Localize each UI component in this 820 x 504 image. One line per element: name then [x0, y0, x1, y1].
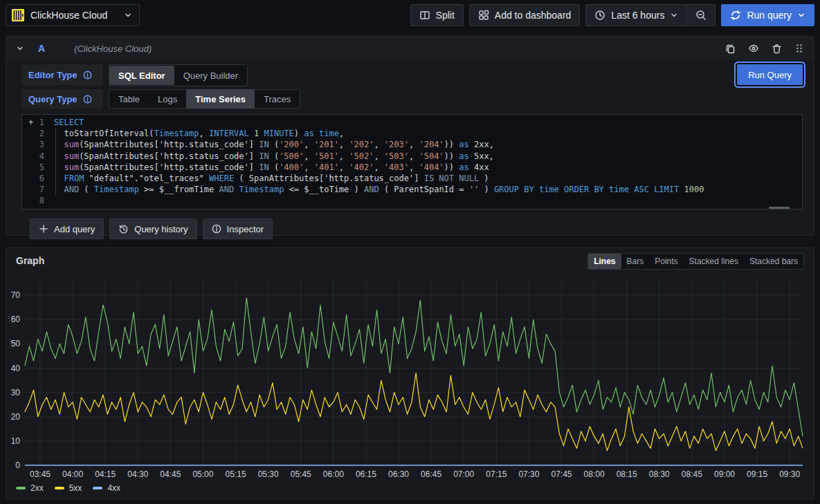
time-range-button[interactable]: Last 6 hours	[585, 4, 687, 26]
run-query-button[interactable]: Run Query	[737, 64, 803, 85]
run-query-toolbar-button[interactable]: Run query	[721, 4, 814, 26]
sql-code-editor[interactable]: 1+2345678 SELECT toStartOfInterval(Times…	[21, 114, 803, 209]
add-to-dashboard-button[interactable]: Add to dashboard	[469, 4, 581, 26]
x-axis-tick-label: 05:15	[226, 469, 246, 479]
inspector-button[interactable]: Inspector	[203, 218, 273, 239]
line-number: 6	[22, 173, 54, 184]
time-picker-group: Last 6 hours	[585, 4, 716, 26]
run-query-dropdown-icon[interactable]	[797, 11, 805, 19]
series-line-2xx	[25, 298, 803, 436]
x-axis-tick-label: 08:30	[649, 469, 670, 479]
legend-label: 2xx	[30, 483, 44, 493]
add-line-icon: +	[28, 117, 33, 128]
editor-hscrollbar[interactable]	[769, 207, 790, 209]
y-axis-tick-label: 0	[15, 460, 20, 470]
zoom-out-button[interactable]	[687, 4, 716, 26]
tab-table[interactable]: Table	[109, 89, 149, 109]
collapse-chevron-icon[interactable]	[16, 44, 24, 53]
x-axis-tick-label: 09:15	[747, 469, 767, 479]
sync-icon	[730, 10, 741, 21]
chart-legend: 2xx5xx4xx	[16, 483, 120, 493]
legend-label: 5xx	[69, 483, 82, 493]
history-icon	[118, 224, 129, 234]
split-button[interactable]: Split	[410, 4, 464, 26]
line-number: 1+	[22, 117, 54, 128]
datasource-label: ClickHouse Cloud	[30, 10, 118, 21]
query-datasource-hint: (ClickHouse Cloud)	[74, 44, 152, 54]
code-line: FROM "default"."otel_traces" WHERE ( Spa…	[54, 173, 802, 184]
legend-item-4xx[interactable]: 4xx	[93, 483, 120, 493]
legend-item-5xx[interactable]: 5xx	[55, 483, 82, 493]
line-number: 4	[22, 151, 54, 162]
x-axis-tick-label: 04:30	[127, 469, 148, 479]
toolbar-actions: Split Add to dashboard	[410, 4, 814, 26]
indent-guide	[55, 128, 56, 196]
trash-icon[interactable]	[772, 44, 782, 54]
x-axis-tick-label: 06:30	[388, 469, 409, 479]
x-axis-tick-label: 06:45	[421, 469, 441, 479]
code-line: AND ( Timestamp >= $__fromTime AND Times…	[54, 184, 802, 195]
tab-sql-editor[interactable]: SQL Editor	[109, 66, 174, 85]
query-ref-id: A	[38, 43, 45, 54]
x-axis-tick-label: 07:00	[453, 469, 474, 479]
tab-query-builder[interactable]: Query Builder	[174, 66, 247, 85]
duplicate-query-icon[interactable]	[725, 44, 736, 54]
line-number: 3	[22, 139, 54, 150]
x-axis-tick-label: 09:30	[779, 469, 800, 479]
legend-item-2xx[interactable]: 2xx	[16, 483, 44, 493]
graph-mode-lines[interactable]: Lines	[588, 254, 621, 269]
x-axis-tick-label: 08:15	[617, 469, 637, 479]
tab-logs[interactable]: Logs	[149, 89, 186, 109]
editor-type-label: Editor Type	[21, 64, 103, 85]
info-circle-icon[interactable]	[83, 95, 92, 104]
clickhouse-logo-icon	[11, 8, 25, 22]
x-axis-tick-label: 06:15	[356, 469, 376, 479]
tab-time-series[interactable]: Time Series	[186, 89, 255, 109]
x-axis-tick-label: 03:45	[30, 469, 51, 479]
x-axis-tick-label: 07:15	[486, 469, 507, 479]
x-axis-tick-label: 08:45	[682, 469, 702, 479]
info-circle-icon[interactable]	[83, 71, 92, 80]
y-axis-tick-label: 70	[11, 290, 21, 300]
x-axis-tick-label: 05:30	[258, 469, 279, 479]
x-axis-tick-label: 05:45	[291, 469, 311, 479]
line-number: 5	[22, 162, 54, 173]
y-axis-tick-label: 10	[11, 436, 21, 446]
graph-mode-stacked-lines[interactable]: Stacked lines	[684, 254, 744, 269]
drag-handle-icon[interactable]	[794, 43, 804, 54]
eye-icon[interactable]	[748, 43, 759, 54]
datasource-picker[interactable]: ClickHouse Cloud	[6, 4, 140, 26]
add-query-button[interactable]: Add query	[30, 218, 104, 239]
split-icon	[419, 10, 430, 21]
clock-icon	[594, 10, 605, 21]
graph-mode-bars[interactable]: Bars	[621, 254, 650, 269]
editor-type-toggle: SQL EditorQuery Builder	[109, 64, 248, 86]
query-type-label: Query Type	[21, 89, 103, 109]
x-axis-tick-label: 04:45	[160, 469, 181, 479]
time-series-chart[interactable]: 01020304050607003:4504:0004:1504:3004:45…	[10, 272, 806, 479]
code-line: sum(SpanAttributes['http.status_code'] I…	[54, 139, 802, 150]
query-type-toggle: TableLogsTime SeriesTraces	[109, 89, 300, 109]
editor-code[interactable]: SELECT toStartOfInterval(Timestamp, INTE…	[54, 115, 802, 209]
legend-swatch	[93, 487, 102, 489]
query-row-header[interactable]: A (ClickHouse Cloud)	[6, 37, 814, 60]
x-axis-tick-label: 07:30	[518, 469, 539, 479]
graph-panel-title: Graph	[16, 255, 44, 266]
y-axis-tick-label: 50	[11, 339, 21, 348]
graph-mode-points[interactable]: Points	[649, 254, 683, 269]
code-line: SELECT	[54, 117, 802, 128]
legend-swatch	[55, 487, 64, 489]
code-line: sum(SpanAttributes['http.status_code'] I…	[54, 151, 802, 162]
x-axis-tick-label: 05:00	[192, 469, 213, 479]
x-axis-tick-label: 07:45	[551, 469, 572, 479]
graph-style-toggle: LinesBarsPointsStacked linesStacked bars	[587, 253, 804, 270]
y-axis-tick-label: 30	[11, 388, 21, 398]
plus-icon	[39, 224, 48, 234]
query-history-button[interactable]: Query history	[109, 218, 197, 239]
x-axis-tick-label: 04:15	[95, 469, 116, 479]
x-axis-tick-label: 08:00	[584, 469, 605, 479]
chevron-down-icon	[670, 11, 678, 19]
top-toolbar: ClickHouse Cloud Split	[0, 0, 820, 30]
graph-mode-stacked-bars[interactable]: Stacked bars	[744, 254, 803, 269]
tab-traces[interactable]: Traces	[255, 89, 300, 109]
